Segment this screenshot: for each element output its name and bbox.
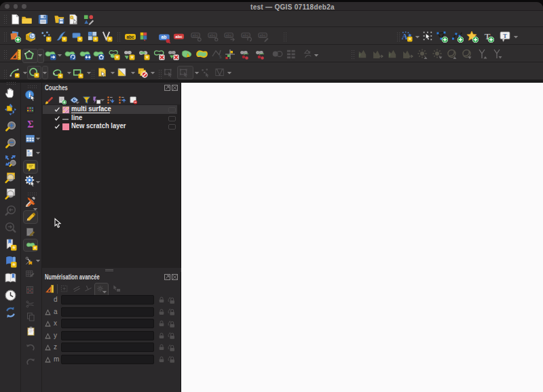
svg-text:s: s: [219, 54, 222, 59]
svg-text:T: T: [503, 33, 507, 39]
svg-text:i: i: [29, 92, 31, 98]
svg-text:abc: abc: [210, 33, 216, 37]
svg-text:abc: abc: [193, 33, 199, 37]
svg-text:abc: abc: [175, 34, 183, 39]
svg-text:abc: abc: [243, 33, 249, 37]
svg-text:A: A: [402, 32, 408, 41]
svg-text:abc: abc: [126, 35, 134, 39]
svg-text:Σ: Σ: [27, 119, 33, 130]
svg-text:abc: abc: [260, 33, 266, 37]
svg-text:ab: ab: [161, 35, 166, 39]
svg-text:abc: abc: [226, 33, 232, 37]
